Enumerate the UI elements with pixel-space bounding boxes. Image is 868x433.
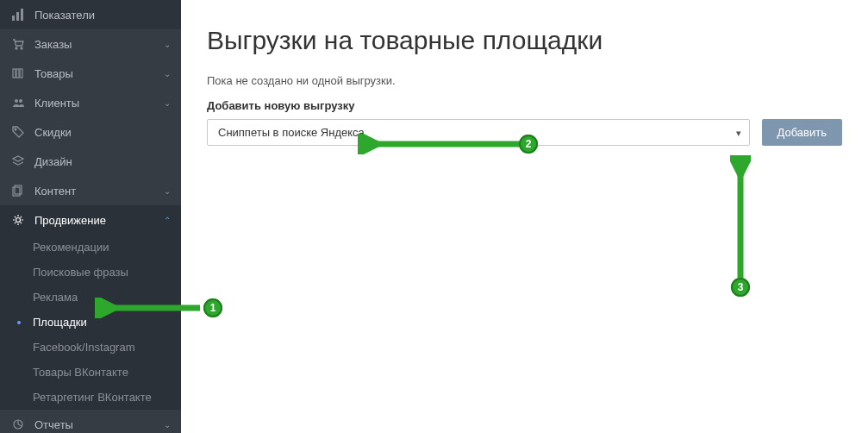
- gear-icon: [10, 213, 26, 227]
- tag-icon: [10, 125, 26, 139]
- page-title: Выгрузки на товарные площадки: [207, 26, 842, 55]
- sidebar-item-content[interactable]: Контент ⌄: [0, 176, 181, 205]
- sidebar-subitem-label: Реклама: [33, 291, 78, 304]
- chevron-down-icon: ⌄: [164, 69, 171, 78]
- sidebar-subitem-label: Поисковые фразы: [33, 266, 128, 279]
- sidebar-item-label: Дизайн: [34, 155, 171, 168]
- cart-icon: [10, 37, 26, 51]
- sidebar-subitem-advertising[interactable]: Реклама: [0, 285, 181, 310]
- svg-point-4: [21, 47, 22, 49]
- sidebar-subitem-label: Рекомендации: [33, 241, 109, 254]
- sidebar-item-label: Показатели: [34, 9, 171, 22]
- svg-rect-2: [21, 9, 23, 21]
- sidebar-item-orders[interactable]: Заказы ⌄: [0, 29, 181, 59]
- sidebar-submenu: Рекомендации Поисковые фразы Реклама Пло…: [0, 235, 181, 410]
- sidebar-item-label: Контент: [34, 185, 164, 198]
- sidebar-subitem-vk-goods[interactable]: Товары ВКонтакте: [0, 360, 181, 385]
- sidebar-item-label: Заказы: [34, 38, 164, 51]
- bars-icon: [10, 8, 26, 22]
- svg-point-13: [16, 218, 21, 223]
- sidebar-subitem-label: Facebook/Instagram: [33, 341, 135, 354]
- sidebar-subitem-marketplaces[interactable]: Площадки: [0, 310, 181, 335]
- sidebar-subitem-recommendations[interactable]: Рекомендации: [0, 235, 181, 260]
- chevron-down-icon: ⌄: [164, 40, 171, 49]
- add-button[interactable]: Добавить: [762, 119, 842, 146]
- books-icon: [10, 66, 26, 80]
- sidebar-item-label: Отчеты: [34, 418, 164, 431]
- sidebar-item-promotion[interactable]: Продвижение ⌃: [0, 205, 181, 235]
- users-icon: [10, 96, 26, 110]
- sidebar-item-products[interactable]: Товары ⌄: [0, 59, 181, 88]
- sidebar-item-design[interactable]: Дизайн: [0, 147, 181, 176]
- sidebar-item-clients[interactable]: Клиенты ⌄: [0, 88, 181, 117]
- sidebar-item-reports[interactable]: Отчеты ⌄: [0, 410, 181, 433]
- sidebar-item-label: Товары: [34, 67, 164, 80]
- svg-rect-7: [20, 69, 22, 78]
- sidebar-item-label: Продвижение: [34, 214, 164, 227]
- callout-badge-2: 2: [519, 135, 538, 154]
- layers-icon: [10, 154, 26, 168]
- sidebar-item-label: Клиенты: [34, 97, 164, 110]
- piechart-icon: [10, 417, 26, 431]
- main-content: Выгрузки на товарные площадки Пока не со…: [181, 0, 868, 433]
- sidebar-subitem-search-phrases[interactable]: Поисковые фразы: [0, 260, 181, 285]
- form-label-add-export: Добавить новую выгрузку: [207, 99, 842, 112]
- svg-rect-1: [16, 12, 19, 21]
- callout-badge-3: 3: [731, 278, 750, 297]
- callout-arrow-3: [730, 155, 751, 285]
- copy-icon: [10, 184, 26, 198]
- sidebar-subitem-vk-retargeting[interactable]: Ретаргетинг ВКонтакте: [0, 385, 181, 410]
- svg-point-8: [15, 99, 18, 103]
- sidebar-item-metrics[interactable]: Показатели: [0, 0, 181, 29]
- chevron-up-icon: ⌃: [164, 216, 171, 225]
- svg-point-9: [19, 99, 22, 103]
- callout-badge-1: 1: [203, 298, 222, 317]
- export-type-select-wrap: Сниппеты в поиске Яндекса: [207, 119, 750, 146]
- svg-rect-6: [16, 69, 19, 78]
- sidebar-subitem-label: Товары ВКонтакте: [33, 366, 128, 379]
- sidebar-item-discounts[interactable]: Скидки: [0, 117, 181, 147]
- chevron-down-icon: ⌄: [164, 186, 171, 196]
- sidebar-subitem-facebook-instagram[interactable]: Facebook/Instagram: [0, 335, 181, 360]
- sidebar-item-label: Скидки: [34, 126, 171, 139]
- svg-point-10: [15, 129, 16, 130]
- sidebar-subitem-label: Площадки: [33, 316, 87, 329]
- chevron-down-icon: ⌄: [164, 98, 171, 108]
- export-type-select[interactable]: Сниппеты в поиске Яндекса: [207, 119, 750, 146]
- svg-point-3: [16, 47, 17, 49]
- svg-rect-5: [13, 69, 16, 78]
- sidebar-subitem-label: Ретаргетинг ВКонтакте: [33, 391, 152, 404]
- svg-rect-0: [12, 16, 15, 21]
- sidebar: Показатели Заказы ⌄ Товары ⌄ Клиенты ⌄ С…: [0, 0, 181, 433]
- chevron-down-icon: ⌄: [164, 420, 171, 430]
- empty-state-message: Пока не создано ни одной выгрузки.: [207, 74, 842, 87]
